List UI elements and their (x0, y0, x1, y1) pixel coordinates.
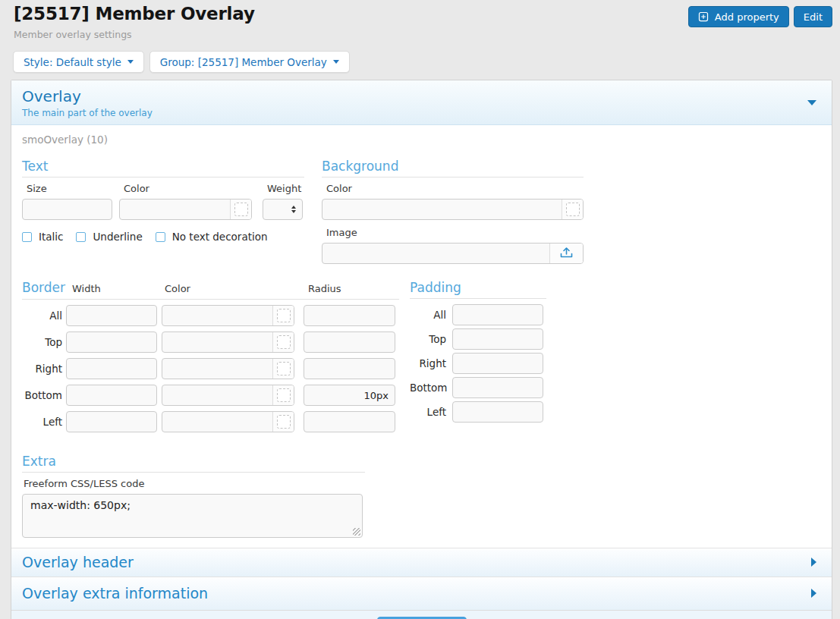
color-swatch-icon (566, 203, 580, 216)
border-radius-column-label: Radius (307, 283, 341, 294)
background-group-title: Background (322, 159, 398, 174)
group-dropdown[interactable]: Group: [25517] Member Overlay (149, 51, 350, 73)
border-left-width-input[interactable] (66, 411, 157, 432)
padding-bottom-input[interactable] (452, 377, 543, 398)
overlay-header-section[interactable]: Overlay header (11, 548, 832, 577)
text-color-input[interactable] (120, 200, 230, 219)
border-row-right: Right (22, 358, 399, 379)
border-row-bottom: Bottom (22, 385, 399, 406)
border-right-color-input[interactable] (162, 359, 272, 379)
padding-all-input[interactable] (452, 304, 543, 325)
text-background-row: Text Size Color Weight (22, 159, 821, 264)
caret-down-icon (333, 60, 339, 64)
style-dropdown-label: Style: Default style (24, 56, 121, 68)
border-width-column-label: Width (70, 283, 165, 294)
overlay-section-header[interactable]: Overlay The main part of the overlay (11, 80, 832, 125)
border-row-label: All (22, 310, 66, 322)
page-header: [25517] Member Overlay Member overlay se… (0, 0, 840, 40)
text-weight-select[interactable] (263, 199, 303, 220)
text-style-checkboxes: Italic Underline No text decoration (22, 231, 304, 243)
border-right-radius-input[interactable] (304, 358, 395, 379)
border-all-radius-input[interactable] (304, 305, 395, 326)
border-right-color-group (162, 358, 294, 379)
style-dropdown[interactable]: Style: Default style (13, 51, 144, 73)
overlay-header-section-title: Overlay header (22, 554, 134, 570)
padding-top-input[interactable] (452, 328, 543, 350)
border-row-label: Top (22, 336, 66, 348)
text-color-picker-button[interactable] (230, 200, 251, 219)
padding-right-input[interactable] (452, 353, 543, 374)
header-actions: Add property Edit (688, 4, 832, 27)
background-color-input[interactable] (322, 200, 562, 219)
background-image-label: Image (322, 227, 584, 238)
color-swatch-icon (234, 203, 248, 216)
padding-group: Padding All Top Right Bot (410, 280, 546, 438)
border-bottom-width-input[interactable] (66, 385, 157, 406)
italic-checkbox-label: Italic (39, 231, 63, 243)
padding-row-right: Right (410, 353, 546, 374)
overlay-extra-information-section[interactable]: Overlay extra information (11, 577, 832, 610)
padding-row-bottom: Bottom (410, 377, 546, 398)
color-swatch-icon (277, 309, 291, 322)
caret-right-icon (811, 558, 816, 567)
padding-left-input[interactable] (452, 401, 543, 423)
border-bottom-color-picker-button[interactable] (272, 385, 294, 405)
freeform-css-textarea[interactable]: max-width: 650px; (22, 494, 363, 538)
page-title: [25517] Member Overlay (14, 4, 255, 24)
css-selector-name: smoOverlay (10) (22, 134, 821, 146)
text-group-title: Text (22, 159, 48, 174)
freeform-css-label: Freeform CSS/LESS code (24, 478, 365, 489)
text-color-label: Color (119, 183, 263, 194)
italic-checkbox[interactable]: Italic (22, 231, 63, 243)
edit-button-label: Edit (804, 11, 823, 23)
border-row-all: All (22, 305, 399, 326)
border-group: Border Width Color Radius All (22, 280, 399, 438)
color-swatch-icon (277, 415, 291, 429)
text-group-header: Text (22, 159, 304, 178)
border-all-color-picker-button[interactable] (272, 306, 294, 325)
border-left-radius-input[interactable] (304, 411, 395, 432)
background-color-picker-button[interactable] (562, 200, 583, 219)
edit-button[interactable]: Edit (794, 6, 832, 27)
border-top-width-input[interactable] (66, 331, 157, 353)
color-swatch-icon (277, 388, 291, 402)
add-property-button[interactable]: Add property (688, 6, 789, 27)
border-top-radius-input[interactable] (304, 331, 395, 353)
text-fields (22, 199, 304, 220)
border-all-width-input[interactable] (66, 305, 157, 326)
checkbox-icon (156, 232, 165, 242)
border-bottom-color-input[interactable] (162, 385, 272, 405)
padding-row-label: Left (410, 406, 446, 418)
border-left-color-input[interactable] (162, 412, 272, 432)
border-left-color-picker-button[interactable] (272, 412, 294, 432)
caret-right-icon (811, 589, 816, 598)
border-top-color-picker-button[interactable] (272, 332, 294, 352)
border-right-width-input[interactable] (66, 358, 157, 379)
padding-row-label: Right (410, 357, 446, 369)
background-group: Background Color Image (322, 159, 584, 264)
settings-panel: Overlay The main part of the overlay smo… (11, 80, 832, 619)
border-row-label: Left (22, 416, 66, 428)
border-top-color-input[interactable] (162, 332, 272, 352)
text-size-label: Size (22, 183, 119, 194)
border-bottom-radius-input[interactable] (304, 385, 395, 406)
text-field-labels: Size Color Weight (22, 183, 304, 194)
border-right-color-picker-button[interactable] (272, 359, 294, 379)
background-image-input[interactable] (322, 244, 549, 263)
text-color-input-group (119, 199, 252, 220)
border-color-column-label: Color (165, 283, 307, 294)
padding-row-all: All (410, 304, 546, 325)
background-image-upload-button[interactable] (549, 244, 583, 263)
underline-checkbox[interactable]: Underline (76, 231, 142, 243)
checkbox-icon (22, 232, 32, 242)
add-property-icon (698, 11, 709, 22)
border-all-color-group (162, 305, 294, 326)
border-all-color-input[interactable] (162, 306, 272, 325)
color-swatch-icon (277, 362, 291, 375)
border-row-label: Right (22, 363, 66, 375)
border-row-top: Top (22, 331, 399, 353)
no-text-decoration-checkbox[interactable]: No text decoration (156, 231, 268, 243)
extra-group: Extra Freeform CSS/LESS code max-width: … (22, 454, 365, 538)
text-size-input[interactable] (22, 199, 112, 220)
padding-group-header: Padding (410, 280, 546, 299)
